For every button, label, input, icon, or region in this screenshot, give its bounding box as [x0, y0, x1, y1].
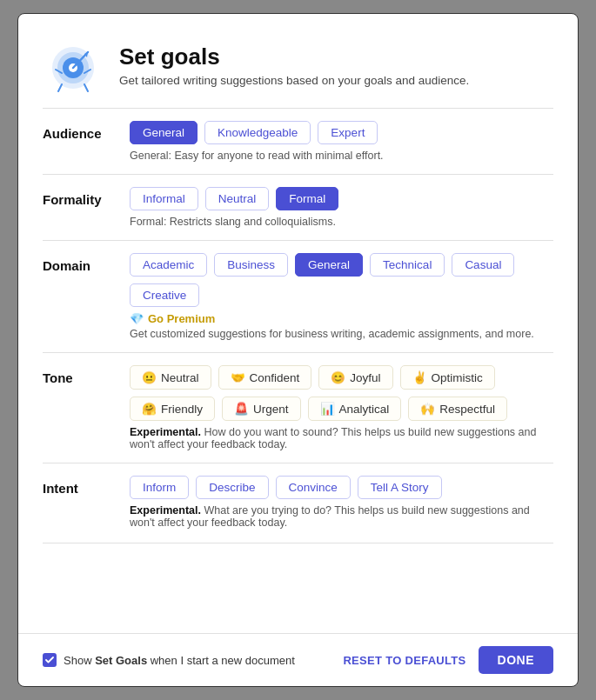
svg-line-7	[84, 84, 88, 91]
joyful-emoji: 😊	[331, 370, 345, 384]
optimistic-emoji: ✌️	[412, 370, 427, 384]
audience-btn-knowledgeable[interactable]: Knowledgeable	[204, 121, 311, 144]
divider-4	[43, 352, 553, 353]
tone-row-1: 😐 Neutral 🤝 Confident 😊 Joyful ✌️ Optimi…	[130, 365, 553, 390]
domain-premium-desc: Get customized suggestions for business …	[130, 328, 553, 340]
audience-btn-expert[interactable]: Expert	[318, 121, 378, 144]
tone-btn-respectful[interactable]: 🙌 Respectful	[408, 397, 507, 421]
page-subtitle: Get tailored writing suggestions based o…	[119, 74, 469, 87]
friendly-emoji: 🤗	[142, 402, 157, 416]
intent-btn-group: Inform Describe Convince Tell A Story	[130, 476, 553, 499]
show-goals-checkbox[interactable]	[43, 653, 57, 667]
tone-btn-neutral[interactable]: 😐 Neutral	[130, 365, 211, 390]
formality-content: Informal Neutral Formal Formal: Restrict…	[130, 187, 553, 228]
tone-row-2: 🤗 Friendly 🚨 Urgent 📊 Analytical 🙌 Respe…	[130, 397, 553, 421]
domain-content: Academic Business General Technical Casu…	[130, 253, 553, 340]
show-goals-label: Show Set Goals when I start a new docume…	[64, 654, 295, 667]
intent-experimental: Experimental. What are you trying to do?…	[130, 504, 553, 529]
set-goals-modal: Set goals Get tailored writing suggestio…	[17, 13, 579, 687]
audience-section: Audience General Knowledgeable Expert Ge…	[43, 121, 553, 162]
tone-label: Tone	[43, 365, 130, 385]
diamond-icon: 💎	[130, 312, 144, 325]
svg-line-6	[58, 84, 62, 91]
confident-emoji: 🤝	[231, 370, 245, 384]
formality-btn-neutral[interactable]: Neutral	[205, 187, 270, 210]
formality-section: Formality Informal Neutral Formal Formal…	[43, 187, 553, 228]
domain-label: Domain	[43, 253, 130, 273]
intent-label: Intent	[43, 476, 130, 496]
tone-rows: 😐 Neutral 🤝 Confident 😊 Joyful ✌️ Optimi…	[130, 365, 553, 421]
neutral-emoji: 😐	[142, 370, 157, 384]
intent-btn-describe[interactable]: Describe	[196, 476, 268, 499]
domain-section: Domain Academic Business General Technic…	[43, 253, 553, 340]
analytical-emoji: 📊	[320, 402, 335, 416]
audience-btn-group: General Knowledgeable Expert	[130, 121, 553, 144]
intent-section: Intent Inform Describe Convince Tell A S…	[43, 476, 553, 529]
urgent-emoji: 🚨	[234, 402, 249, 416]
formality-btn-group: Informal Neutral Formal	[130, 187, 553, 210]
page-title: Set goals	[119, 43, 469, 70]
formality-desc: Formal: Restricts slang and colloquialis…	[130, 216, 553, 228]
domain-btn-casual[interactable]: Casual	[452, 253, 514, 277]
tone-btn-optimistic[interactable]: ✌️ Optimistic	[400, 365, 495, 390]
header-text: Set goals Get tailored writing suggestio…	[119, 43, 469, 87]
divider-2	[43, 174, 553, 175]
done-button[interactable]: DONE	[479, 646, 553, 674]
intent-btn-tell-a-story[interactable]: Tell A Story	[358, 476, 442, 499]
domain-btn-group: Academic Business General Technical Casu…	[130, 253, 553, 307]
tone-experimental: Experimental. How do you want to sound? …	[130, 426, 553, 450]
divider-3	[43, 240, 553, 241]
goals-icon	[43, 35, 104, 96]
tone-btn-confident[interactable]: 🤝 Confident	[218, 365, 312, 390]
tone-btn-analytical[interactable]: 📊 Analytical	[308, 397, 402, 421]
divider-1	[43, 108, 553, 109]
formality-btn-formal[interactable]: Formal	[276, 187, 338, 210]
audience-desc: General: Easy for anyone to read with mi…	[130, 150, 553, 162]
domain-btn-academic[interactable]: Academic	[130, 253, 207, 277]
domain-btn-general[interactable]: General	[295, 253, 363, 277]
footer-left: Show Set Goals when I start a new docume…	[43, 653, 295, 667]
domain-btn-creative[interactable]: Creative	[130, 283, 199, 307]
formality-label: Formality	[43, 187, 130, 207]
modal-header: Set goals Get tailored writing suggestio…	[43, 35, 553, 96]
audience-btn-general[interactable]: General	[130, 121, 198, 144]
go-premium-link[interactable]: 💎 Go Premium	[130, 312, 553, 325]
domain-btn-business[interactable]: Business	[214, 253, 288, 277]
audience-label: Audience	[43, 121, 130, 141]
divider-6	[43, 543, 553, 543]
intent-btn-convince[interactable]: Convince	[276, 476, 351, 499]
go-premium-label: Go Premium	[148, 312, 215, 325]
respectful-emoji: 🙌	[420, 402, 435, 416]
tone-btn-urgent[interactable]: 🚨 Urgent	[222, 397, 301, 421]
tone-section: Tone 😐 Neutral 🤝 Confident 😊 Joyful ✌️ O…	[43, 365, 553, 450]
intent-btn-inform[interactable]: Inform	[130, 476, 189, 499]
tone-content: 😐 Neutral 🤝 Confident 😊 Joyful ✌️ Optimi…	[130, 365, 553, 450]
tone-btn-friendly[interactable]: 🤗 Friendly	[130, 397, 215, 421]
modal-footer: Show Set Goals when I start a new docume…	[18, 633, 578, 686]
domain-btn-technical[interactable]: Technical	[370, 253, 445, 277]
divider-5	[43, 463, 553, 463]
tone-btn-joyful[interactable]: 😊 Joyful	[318, 365, 392, 390]
audience-content: General Knowledgeable Expert General: Ea…	[130, 121, 553, 162]
intent-content: Inform Describe Convince Tell A Story Ex…	[130, 476, 553, 529]
reset-button[interactable]: RESET TO DEFAULTS	[343, 654, 465, 667]
formality-btn-informal[interactable]: Informal	[130, 187, 198, 210]
footer-right: RESET TO DEFAULTS DONE	[343, 646, 553, 674]
